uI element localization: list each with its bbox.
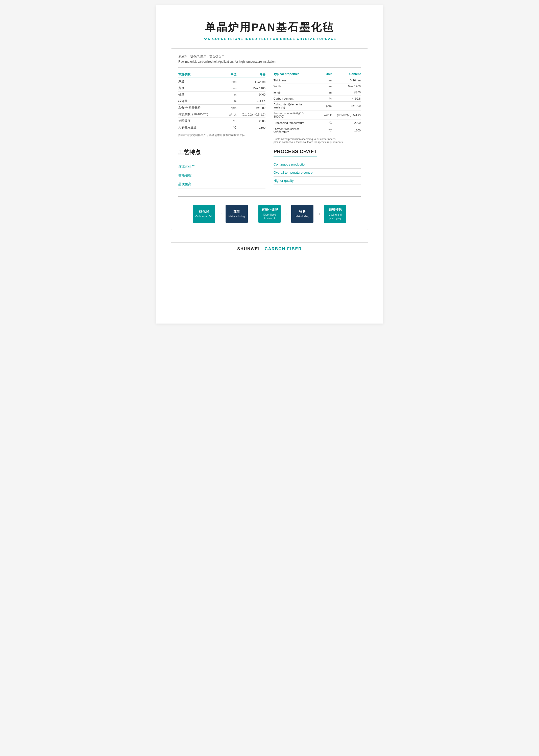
process-item-cn: 智能温控 (178, 171, 266, 180)
table-row: 无氧使用温度 ℃ 1800 (178, 124, 266, 131)
flow-step-cn: 裁剪打包 (329, 208, 342, 212)
row-unit: ppm (217, 106, 236, 109)
process-item-en: Higher quality (273, 177, 361, 185)
row-content: Max 1400 (332, 85, 361, 88)
flow-step-en: Mat unwinding (229, 215, 245, 218)
table-row: 灰分(全元素分析) ppm <=1000 (178, 105, 266, 111)
row-name: Ash content(elemental analysis) (273, 103, 312, 109)
flow-step-1: 碳化毡 Carbonized felt (193, 205, 215, 223)
row-name: 碳含量 (178, 99, 217, 103)
row-name: 灰分(全元素分析) (178, 106, 217, 110)
flow-step-2: 放卷 Mat unwinding (226, 205, 248, 223)
row-content: 3-10mm (332, 79, 361, 82)
row-content: >=99.8 (332, 97, 361, 100)
row-name: Thickness (273, 79, 312, 82)
row-unit: ℃ (312, 129, 332, 132)
flow-arrow: → (217, 211, 223, 217)
row-unit: mm (312, 79, 332, 82)
left-header-name: 常规参数 (178, 72, 217, 77)
table-row: 碳含量 % >=99.8 (178, 98, 266, 105)
row-content: 2000 (236, 120, 266, 123)
page: 单晶炉用PAN基石墨化毡 PAN CORNERSTONE INKED FELT … (156, 5, 383, 324)
flow-step-cn: 石墨化处理 (262, 208, 278, 212)
row-name: 无氧使用温度 (178, 126, 217, 130)
table-row: 导热系数（18-1800℃） w/m.k (0.1-0.2)- (0.5-1.2… (178, 111, 266, 118)
row-content: <=1000 (236, 106, 266, 109)
left-table: 常规参数 单位 内容 厚度 mm 3-10mm 宽度 mm Max 1400 长… (178, 72, 266, 143)
row-unit: mm (217, 80, 236, 83)
process-item-cn: 连续化生产 (178, 162, 266, 171)
row-content: 3-10mm (236, 80, 266, 83)
table-row: Thickness mm 3-10mm (273, 78, 361, 83)
row-name: thermal conductivity(18-1800℃) (273, 112, 312, 118)
flow-step-cn: 碳化毡 (199, 209, 209, 214)
table-row: Carbon content % >=99.8 (273, 96, 361, 102)
row-unit: mm (217, 87, 236, 90)
row-unit: ℃ (217, 126, 236, 130)
row-unit: w/m.k (217, 113, 236, 116)
row-unit: ℃ (217, 119, 236, 123)
sub-title: PAN CORNERSTONE INKED FELT FOR SINGLE CR… (171, 37, 368, 41)
table-row: Processing temperature ℃ 2000 (273, 120, 361, 126)
row-unit: ppm (312, 104, 332, 107)
table-row: 长度 m 约60 (178, 91, 266, 98)
main-title: 单晶炉用PAN基石墨化毡 (171, 20, 368, 34)
left-header-content: 内容 (236, 72, 266, 77)
process-title-en: PROCESS CRAFT (273, 148, 317, 156)
row-content: Max 1400 (236, 87, 266, 90)
footer: SHUNWEI CARBON FIBER (171, 242, 368, 251)
right-table-note: Customized production according to custo… (273, 138, 361, 143)
row-unit: m (217, 93, 236, 96)
row-unit: m (312, 91, 332, 94)
table-row: thermal conductivity(18-1800℃) w/m.k (0.… (273, 111, 361, 120)
raw-material-en: Raw material: carbonized felt Applicatio… (178, 60, 361, 63)
table-row: length m 约60 (273, 89, 361, 96)
card-divider (178, 67, 361, 68)
flow-step-en: Mat winding (295, 215, 309, 218)
row-content: (0.1-0.2)- (0.5-1.2) (332, 114, 361, 117)
table-row: Width mm Max 1400 (273, 83, 361, 89)
table-row: 厚度 mm 3-10mm (178, 78, 266, 85)
table-row: 宽度 mm Max 1400 (178, 85, 266, 91)
left-table-header: 常规参数 单位 内容 (178, 72, 266, 78)
brand-teal: CARBON FIBER (265, 247, 302, 251)
product-card: 原材料：碳化毡 应用：高温保温用 Raw material: carbonize… (171, 48, 368, 230)
flow-step-en: Graphitized treatment (260, 213, 279, 220)
right-header-content: Content (332, 72, 361, 76)
right-header-name: Typical properties (273, 72, 312, 76)
table-row: 处理温度 ℃ 2000 (178, 118, 266, 124)
flow-step-5: 裁剪打包 Cutting and packaging (324, 205, 346, 223)
row-content: 2000 (332, 121, 361, 124)
row-unit: w/m.k (312, 114, 332, 117)
row-name: 长度 (178, 93, 217, 97)
row-name: 导热系数（18-1800℃） (178, 113, 217, 116)
row-unit: ℃ (312, 121, 332, 125)
row-unit: mm (312, 85, 332, 88)
row-name: 处理温度 (178, 119, 217, 123)
flow-step-cn: 收卷 (299, 209, 306, 214)
process-item-cn: 品质更高 (178, 180, 266, 189)
row-unit: % (312, 97, 332, 100)
table-row: Oxygen-free service temperature ℃ 1800 (273, 126, 361, 135)
flow-arrow: → (316, 211, 322, 217)
row-name: 宽度 (178, 86, 217, 90)
row-name: 厚度 (178, 80, 217, 83)
row-name: Width (273, 85, 312, 88)
left-header-unit: 单位 (217, 72, 236, 77)
flow-arrow: → (250, 211, 256, 217)
flow-arrow: → (283, 211, 289, 217)
flow-step-4: 收卷 Mat winding (291, 205, 313, 223)
row-name: Oxygen-free service temperature (273, 128, 312, 134)
row-content: 约60 (332, 90, 361, 94)
flow-step-3: 石墨化处理 Graphitized treatment (259, 205, 280, 223)
table-area: 常规参数 单位 内容 厚度 mm 3-10mm 宽度 mm Max 1400 长… (178, 72, 361, 143)
process-title-cn: 工艺特点 (178, 148, 200, 158)
process-item-en: Overall temperature control (273, 169, 361, 177)
row-content: <=1000 (332, 104, 361, 107)
row-content: 1800 (332, 129, 361, 132)
right-table-header: Typical properties Unit Content (273, 72, 361, 77)
process-right: PROCESS CRAFT Continuous production Over… (273, 148, 361, 189)
process-left: 工艺特点 连续化生产 智能温控 品质更高 (178, 148, 266, 189)
row-name: Processing temperature (273, 121, 312, 124)
right-table: Typical properties Unit Content Thicknes… (273, 72, 361, 143)
